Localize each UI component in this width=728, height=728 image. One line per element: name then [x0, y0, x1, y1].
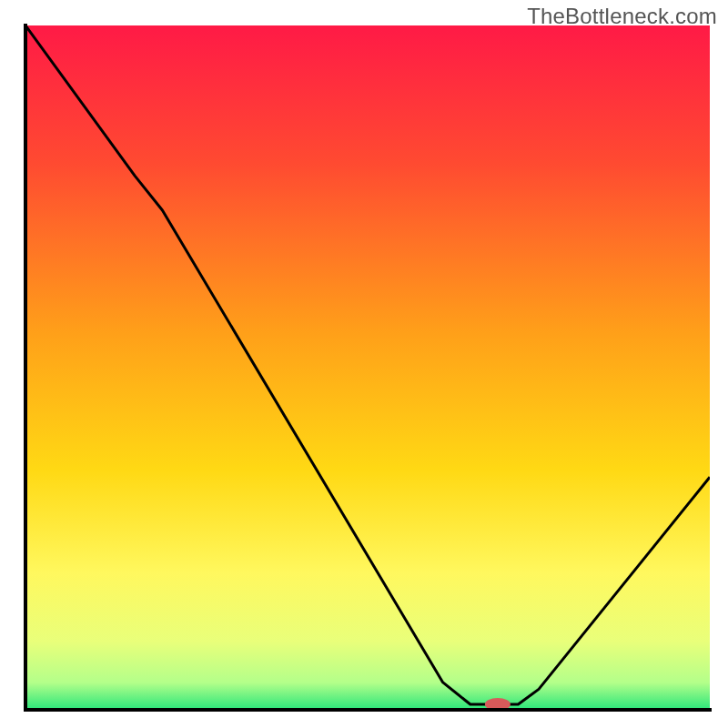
chart-container: TheBottleneck.com	[0, 0, 728, 728]
bottleneck-chart	[0, 0, 728, 728]
gradient-background	[25, 25, 710, 710]
watermark-text: TheBottleneck.com	[527, 4, 717, 29]
